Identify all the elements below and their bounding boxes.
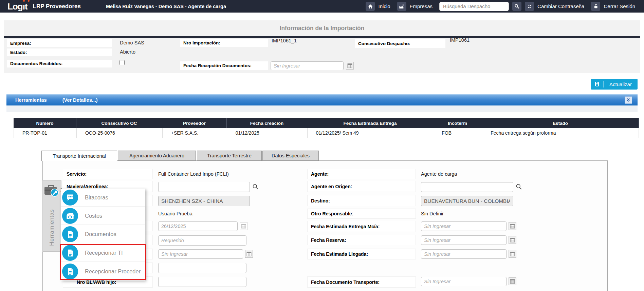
cell-fecha-creacion: 01/12/2025 bbox=[227, 128, 308, 138]
factory-icon[interactable] bbox=[397, 2, 406, 11]
fecha-documento-transporte-label: Fecha Documento Transporte: bbox=[307, 276, 416, 288]
save-icon bbox=[591, 81, 604, 88]
menu-item-label: Documentos bbox=[85, 231, 116, 237]
calendar-icon[interactable] bbox=[245, 250, 253, 258]
col-header: Fecha creación bbox=[227, 118, 307, 128]
menu-item-bitacoras[interactable]: Bitacoras bbox=[61, 189, 145, 207]
home-icon[interactable] bbox=[366, 2, 375, 11]
app-title: LRP Proveedores bbox=[33, 3, 81, 10]
tab-transporte-terrestre[interactable]: Transporte Terrestre bbox=[197, 151, 262, 161]
menu-item-label: Recepcionar Proceder bbox=[85, 268, 141, 275]
destino-input bbox=[421, 196, 513, 206]
herramientas-side-label: Herramientas bbox=[42, 203, 61, 252]
fecha-estimada-entrega-label: Fecha Estimada Entrega Mcía: bbox=[307, 221, 416, 232]
documentos-recibidos-checkbox[interactable] bbox=[119, 60, 125, 65]
money-icon bbox=[62, 208, 78, 224]
consecutivo-despacho-value: IMP1061 bbox=[450, 37, 470, 43]
calendar-icon[interactable] bbox=[509, 277, 516, 285]
nro-bl-awb-hijo-input[interactable] bbox=[158, 277, 246, 287]
document-icon bbox=[62, 264, 78, 279]
herramientas-popup-menu: Bitacoras Costos Documentos Recepciona bbox=[61, 189, 145, 280]
tab-agenciamiento-aduanero[interactable]: Agenciamiento Aduanero bbox=[118, 151, 196, 161]
col-header: Proveedor bbox=[162, 118, 227, 128]
requerido-input[interactable] bbox=[158, 235, 246, 246]
nav-item-cambiar-contrasena[interactable]: Cambiar Contraseña bbox=[537, 3, 584, 9]
table-row[interactable]: PR-TOP-01 OCO-25-0076 +SER S.A.S. 01/12/… bbox=[14, 128, 639, 138]
logo-dot-icon bbox=[23, 0, 25, 2]
nav-item-inicio[interactable]: Inicio bbox=[378, 3, 390, 9]
documentos-recibidos-label: Documentos Recibidos: bbox=[7, 60, 112, 67]
cell-numero: PR-TOP-01 bbox=[14, 128, 77, 138]
toolbox-icon[interactable]: > bbox=[43, 183, 62, 199]
fecha-recepcion-label: Fecha Recepción Documentos: bbox=[180, 61, 268, 70]
refresh-icon[interactable] bbox=[525, 2, 534, 11]
fecha-estimada-llegada-input[interactable] bbox=[421, 249, 507, 259]
menu-item-recepcionar-proceder[interactable]: Recepcionar Proceder bbox=[61, 263, 145, 280]
nav-item-cerrar-sesion[interactable]: Cerrar Sesión bbox=[604, 3, 635, 9]
menu-item-costos[interactable]: Costos bbox=[61, 207, 145, 225]
fecha-zarpe-input[interactable] bbox=[158, 221, 238, 231]
naviera-input[interactable] bbox=[158, 182, 250, 192]
tab-transporte-internacional[interactable]: Transporte Internacional bbox=[41, 151, 117, 161]
fecha-estimada-entrega-input[interactable] bbox=[421, 221, 507, 231]
calendar-icon[interactable] bbox=[346, 62, 354, 70]
cell-proveedor: +SER S.A.S. bbox=[163, 128, 227, 138]
search-icon[interactable] bbox=[512, 2, 521, 11]
otro-responsable-label: Otro Responsable: bbox=[307, 209, 416, 219]
actualizar-button[interactable]: Actualizar bbox=[591, 79, 638, 90]
fecha-documento-transporte-input[interactable] bbox=[421, 277, 507, 286]
empty-input[interactable] bbox=[158, 263, 246, 273]
magnifier-icon[interactable] bbox=[252, 183, 259, 192]
col-header: Incoterm bbox=[433, 118, 482, 128]
menu-item-label: Recepcionar TI bbox=[85, 250, 123, 256]
col-header: Fecha Estimada Entrega bbox=[307, 118, 433, 128]
origen-port-input bbox=[158, 196, 250, 206]
nro-importacion-value: IMP1061_1 bbox=[272, 38, 297, 43]
fecha-reserva-label: Fecha Reserva: bbox=[307, 235, 416, 245]
col-header: Consecutivo OC bbox=[76, 118, 162, 128]
menu-item-recepcionar-ti[interactable]: Recepcionar TI bbox=[61, 244, 145, 262]
calendar-icon[interactable] bbox=[509, 236, 516, 244]
cell-fecha-estimada: 01/12/2025/ Sem 49 bbox=[308, 128, 434, 138]
cell-estado: Fecha entrega según proforma bbox=[482, 128, 639, 138]
estado-label: Estado: bbox=[7, 48, 112, 56]
lock-icon[interactable] bbox=[591, 2, 600, 11]
top-navbar: Logıt LRP Proveedores Melisa Ruiz Vanega… bbox=[0, 0, 644, 13]
calendar-icon[interactable] bbox=[240, 222, 247, 230]
agente-origen-input[interactable] bbox=[421, 182, 513, 192]
servicio-label: Servicio: bbox=[63, 169, 153, 179]
agente-label: Agente: bbox=[307, 169, 416, 179]
usuario-value: Usuario Prueba bbox=[158, 211, 192, 216]
servicio-value: Full Container Load Impo (FCLI) bbox=[158, 171, 229, 177]
menu-item-label: Costos bbox=[85, 213, 102, 219]
search-input[interactable] bbox=[439, 2, 509, 11]
logo-text: Logıt bbox=[7, 1, 27, 12]
tab-datos-especiales[interactable]: Datos Especiales bbox=[262, 151, 319, 161]
herramientas-bar-title: Herramientas bbox=[15, 97, 47, 103]
cell-consecutivo-oc: OCO-25-0076 bbox=[77, 128, 163, 138]
estado-value: Abierto bbox=[120, 49, 135, 55]
empresa-label: Empresa: bbox=[7, 39, 112, 47]
fecha-recepcion-input[interactable] bbox=[271, 61, 344, 70]
orders-table-header: Número Consecutivo OC Proveedor Fecha cr… bbox=[14, 118, 639, 128]
consecutivo-despacho-label: Consecutivo Despacho: bbox=[355, 39, 445, 48]
ver-detalles-link[interactable]: (Ver Detalles...) bbox=[62, 97, 98, 103]
cell-incoterm: FOB bbox=[433, 128, 482, 138]
col-header: Número bbox=[14, 118, 76, 128]
calendar-icon[interactable] bbox=[509, 222, 516, 230]
logit-logo[interactable]: Logıt bbox=[7, 2, 27, 11]
nav-item-empresas[interactable]: Empresas bbox=[410, 3, 433, 9]
menu-item-documentos[interactable]: Documentos bbox=[61, 225, 145, 243]
fecha-estimada-llegada-label: Fecha Estimada Llegada: bbox=[307, 249, 416, 259]
app-window: Logıt LRP Proveedores Melisa Ruiz Vanega… bbox=[0, 0, 644, 291]
fecha-reserva-input[interactable] bbox=[421, 235, 507, 245]
nro-importacion-label: Nro Importación: bbox=[180, 39, 268, 47]
page-title: Información de la Importación bbox=[4, 20, 640, 36]
calendar-icon[interactable] bbox=[509, 250, 516, 258]
empresa-value: Demo SAS bbox=[120, 40, 144, 45]
fecha-input[interactable] bbox=[158, 249, 243, 259]
user-context: Melisa Ruiz Vanegas - Demo SAS - Agente … bbox=[106, 4, 226, 9]
magnifier-icon[interactable] bbox=[515, 183, 522, 192]
actualizar-label: Actualizar bbox=[604, 81, 638, 87]
chevron-double-down-icon[interactable] bbox=[625, 96, 632, 104]
